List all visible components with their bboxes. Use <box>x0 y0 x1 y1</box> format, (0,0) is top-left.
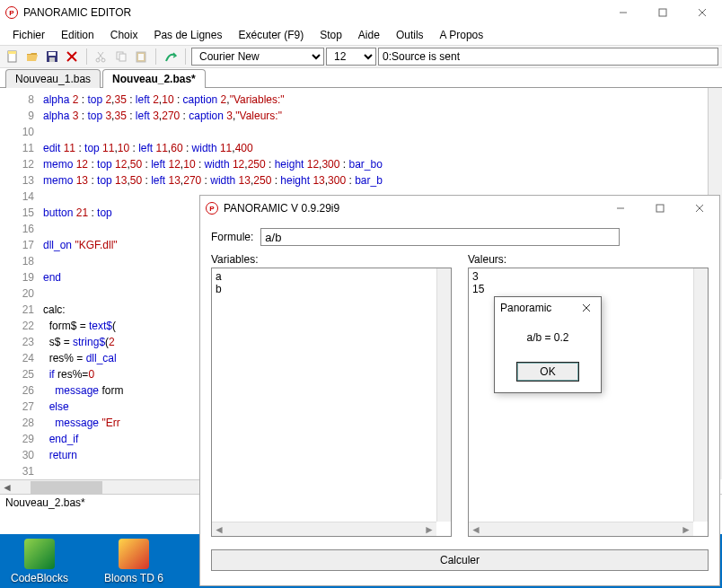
line-number: 19 <box>0 269 43 285</box>
menu-stop[interactable]: Stop <box>313 27 349 43</box>
variables-label: Variables: <box>211 251 452 268</box>
toolbar-separator <box>155 48 156 65</box>
line-number: 17 <box>0 237 43 253</box>
variables-memo[interactable]: ab ◄► <box>211 268 452 537</box>
open-file-icon[interactable] <box>23 48 41 66</box>
ok-button[interactable]: OK <box>516 362 579 382</box>
memo-line: a <box>216 270 447 283</box>
line-number: 30 <box>0 447 43 463</box>
runtime-window: P PANORAMIC V 0.9.29i9 Formule: Variable… <box>199 195 720 586</box>
line-number: 15 <box>0 205 43 221</box>
code-line[interactable]: alpha 2 : top 2,35 : left 2,10 : caption… <box>43 92 722 108</box>
menu-a-propos[interactable]: A Propos <box>433 27 491 43</box>
line-number: 9 <box>0 108 43 124</box>
code-line[interactable]: edit 11 : top 11,10 : left 11,60 : width… <box>43 140 722 156</box>
menubar: FichierEditionChoixPas de LignesExécuter… <box>0 25 722 45</box>
formule-label: Formule: <box>211 229 253 245</box>
menu-aide[interactable]: Aide <box>351 27 387 43</box>
toolbar-separator <box>86 48 87 65</box>
messagebox-title: Panoramic <box>500 302 551 314</box>
scroll-left-icon[interactable]: ◄ <box>212 522 226 537</box>
calculer-button[interactable]: Calculer <box>211 549 709 571</box>
minimize-button[interactable] <box>603 0 643 25</box>
line-number: 24 <box>0 350 43 366</box>
close-icon[interactable] <box>577 299 595 317</box>
code-line[interactable]: memo 12 : top 12,50 : left 12,10 : width… <box>43 156 722 172</box>
menu-choix[interactable]: Choix <box>103 27 145 43</box>
desktop-icon-bloons-td-6[interactable]: Bloons TD 6 <box>104 539 163 584</box>
code-line[interactable] <box>43 124 722 140</box>
close-button[interactable] <box>682 0 722 25</box>
scroll-right-icon[interactable]: ► <box>679 522 693 537</box>
line-number: 25 <box>0 366 43 382</box>
line-number: 27 <box>0 399 43 415</box>
menu-fichier[interactable]: Fichier <box>5 27 52 43</box>
scroll-right-icon[interactable]: ► <box>422 522 436 537</box>
minimize-button[interactable] <box>601 196 640 221</box>
scroll-left-icon[interactable]: ◄ <box>0 480 14 494</box>
line-number: 13 <box>0 172 43 189</box>
desktop-icon-label: CodeBlocks <box>11 572 68 584</box>
app-icon <box>119 539 149 569</box>
line-number: 20 <box>0 285 43 302</box>
formule-input[interactable] <box>260 228 620 246</box>
vertical-scrollbar[interactable] <box>436 268 451 522</box>
svg-rect-16 <box>119 54 126 61</box>
paste-icon[interactable] <box>132 48 150 66</box>
app-icon <box>24 539 55 569</box>
run-icon[interactable] <box>162 48 180 66</box>
menu-pas-de-lignes[interactable]: Pas de Lignes <box>146 27 229 43</box>
code-line[interactable]: memo 13 : top 13,50 : left 13,270 : widt… <box>43 172 722 189</box>
code-line[interactable]: alpha 3 : top 3,35 : left 3,270 : captio… <box>43 108 722 124</box>
horizontal-scrollbar[interactable]: ◄► <box>469 522 693 536</box>
app-icon: P <box>206 202 218 215</box>
save-file-icon[interactable] <box>43 48 61 66</box>
app-icon: P <box>5 6 18 19</box>
horizontal-scrollbar[interactable]: ◄► <box>212 522 436 536</box>
line-number: 16 <box>0 221 43 237</box>
line-number: 8 <box>0 92 43 108</box>
line-number: 23 <box>0 334 43 350</box>
font-size-select[interactable]: 12 <box>326 48 376 66</box>
cut-icon[interactable] <box>92 48 110 66</box>
line-number: 10 <box>0 124 43 140</box>
valeurs-label: Valeurs: <box>468 251 709 268</box>
scroll-left-icon[interactable]: ◄ <box>469 522 483 537</box>
delete-icon[interactable] <box>63 48 81 66</box>
memo-line: 3 <box>472 270 704 283</box>
font-name-select[interactable]: Courier New <box>191 48 324 66</box>
vertical-scrollbar[interactable] <box>693 268 708 522</box>
line-number: 26 <box>0 382 43 399</box>
menu-edition[interactable]: Edition <box>54 27 101 43</box>
line-number: 22 <box>0 318 43 334</box>
editor-titlebar: P PANORAMIC EDITOR <box>0 0 722 25</box>
line-number: 31 <box>0 463 43 479</box>
desktop-icon-codeblocks[interactable]: CodeBlocks <box>11 539 68 584</box>
new-file-icon[interactable] <box>4 48 22 66</box>
svg-rect-5 <box>8 51 16 54</box>
status-message-field[interactable] <box>378 48 718 66</box>
svg-rect-18 <box>138 54 144 60</box>
menu-ex-cuter-f9-[interactable]: Exécuter (F9) <box>231 27 311 43</box>
scroll-thumb[interactable] <box>31 481 102 494</box>
toolbar-separator <box>185 48 186 65</box>
svg-rect-8 <box>49 57 55 62</box>
tab-nouveau-1-bas[interactable]: Nouveau_1.bas <box>5 69 101 88</box>
runtime-title: PANORAMIC V 0.9.29i9 <box>224 202 339 215</box>
tab-nouveau-2-bas-[interactable]: Nouveau_2.bas* <box>102 69 206 88</box>
maximize-button[interactable] <box>643 0 682 25</box>
copy-icon[interactable] <box>112 48 130 66</box>
editor-title: PANORAMIC EDITOR <box>23 6 131 19</box>
svg-rect-7 <box>48 52 56 56</box>
runtime-titlebar: P PANORAMIC V 0.9.29i9 <box>200 196 719 221</box>
toolbar: Courier New 12 <box>0 45 722 68</box>
maximize-button[interactable] <box>640 196 680 221</box>
line-number: 12 <box>0 156 43 172</box>
line-number: 21 <box>0 302 43 318</box>
menu-outils[interactable]: Outils <box>389 27 431 43</box>
close-button[interactable] <box>680 196 719 221</box>
svg-rect-20 <box>656 205 664 212</box>
desktop-icon-label: Bloons TD 6 <box>104 572 163 584</box>
memo-line: 15 <box>472 283 704 295</box>
line-number: 11 <box>0 140 43 156</box>
